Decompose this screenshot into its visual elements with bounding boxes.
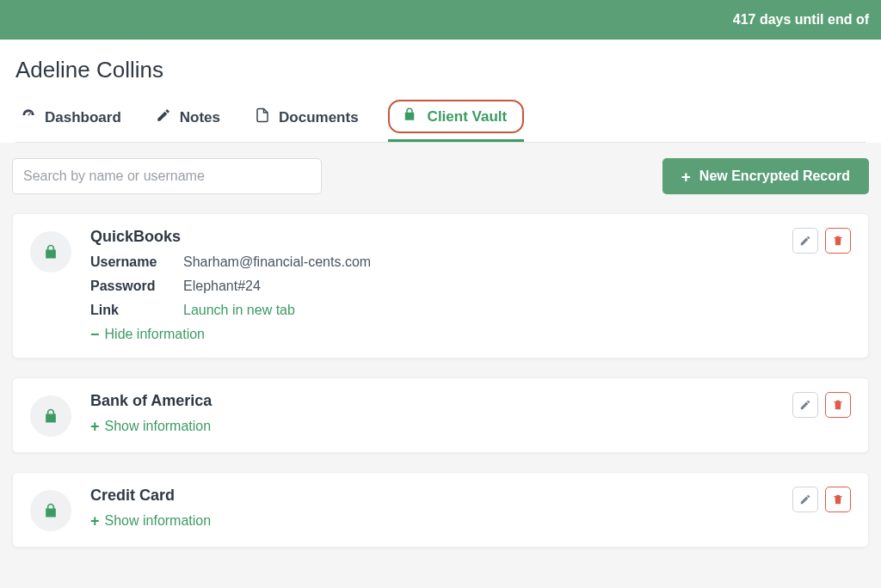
- pencil-icon: [799, 493, 811, 505]
- lock-icon: [42, 243, 59, 260]
- tab-documents[interactable]: Documents: [250, 99, 364, 142]
- plus-icon: +: [681, 168, 691, 185]
- tab-client-vault[interactable]: Client Vault: [388, 99, 525, 142]
- record-title: Credit Card: [90, 487, 773, 505]
- tab-label: Notes: [180, 109, 220, 126]
- hide-information-toggle[interactable]: − Hide information: [90, 327, 773, 342]
- minus-icon: −: [90, 327, 100, 342]
- lock-icon: [402, 107, 417, 126]
- tab-label: Documents: [279, 109, 359, 126]
- new-encrypted-record-button[interactable]: + New Encrypted Record: [662, 158, 869, 194]
- username-label: Username: [90, 254, 169, 270]
- toolbar: + New Encrypted Record: [12, 158, 869, 194]
- plus-icon: +: [90, 513, 100, 529]
- pencil-icon: [799, 235, 811, 247]
- lock-badge: [30, 231, 71, 273]
- top-bar: 417 days until end of: [0, 0, 881, 40]
- tab-bar: Dashboard Notes Documents Client Vault: [15, 99, 866, 143]
- toggle-label: Show information: [105, 419, 212, 434]
- lock-icon: [42, 502, 59, 519]
- tab-notes[interactable]: Notes: [151, 99, 225, 142]
- tab-dashboard[interactable]: Dashboard: [15, 99, 126, 142]
- content-area: + New Encrypted Record QuickBooks Userna…: [0, 143, 881, 582]
- lock-badge: [30, 395, 71, 437]
- edit-button[interactable]: [792, 487, 818, 512]
- lock-icon: [42, 407, 59, 425]
- page-title: Adeline Collins: [15, 57, 866, 83]
- pencil-icon: [799, 399, 811, 411]
- pencil-icon: [156, 107, 171, 127]
- delete-button[interactable]: [825, 487, 851, 512]
- record-title: Bank of America: [90, 392, 773, 410]
- tab-label: Dashboard: [45, 109, 121, 126]
- trash-icon: [832, 399, 844, 411]
- edit-button[interactable]: [792, 392, 818, 418]
- link-label: Link: [90, 303, 169, 318]
- file-icon: [255, 107, 270, 127]
- new-button-label: New Encrypted Record: [699, 168, 850, 184]
- delete-button[interactable]: [825, 392, 851, 418]
- search-input[interactable]: [12, 158, 322, 194]
- countdown-text: 417 days until end of: [733, 12, 869, 28]
- show-information-toggle[interactable]: + Show information: [90, 419, 773, 434]
- password-value: Elephant#24: [183, 279, 261, 294]
- trash-icon: [832, 493, 844, 505]
- launch-link[interactable]: Launch in new tab: [183, 303, 295, 318]
- dashboard-icon: [21, 107, 36, 127]
- tab-label: Client Vault: [428, 108, 508, 126]
- trash-icon: [832, 235, 844, 247]
- toggle-label: Hide information: [105, 327, 206, 342]
- show-information-toggle[interactable]: + Show information: [90, 513, 773, 529]
- vault-record: Credit Card + Show information: [12, 472, 869, 548]
- delete-button[interactable]: [825, 228, 851, 254]
- page-header: Adeline Collins Dashboard Notes Document…: [0, 40, 881, 143]
- password-label: Password: [90, 279, 169, 294]
- vault-record: Bank of America + Show information: [12, 377, 869, 453]
- toggle-label: Show information: [105, 513, 212, 529]
- username-value: Sharham@financial-cents.com: [183, 254, 371, 270]
- vault-record: QuickBooks Username Sharham@financial-ce…: [12, 213, 869, 358]
- edit-button[interactable]: [792, 228, 818, 254]
- record-title: QuickBooks: [90, 228, 773, 246]
- tab-highlight: Client Vault: [388, 100, 525, 133]
- plus-icon: +: [90, 419, 100, 434]
- lock-badge: [30, 490, 71, 531]
